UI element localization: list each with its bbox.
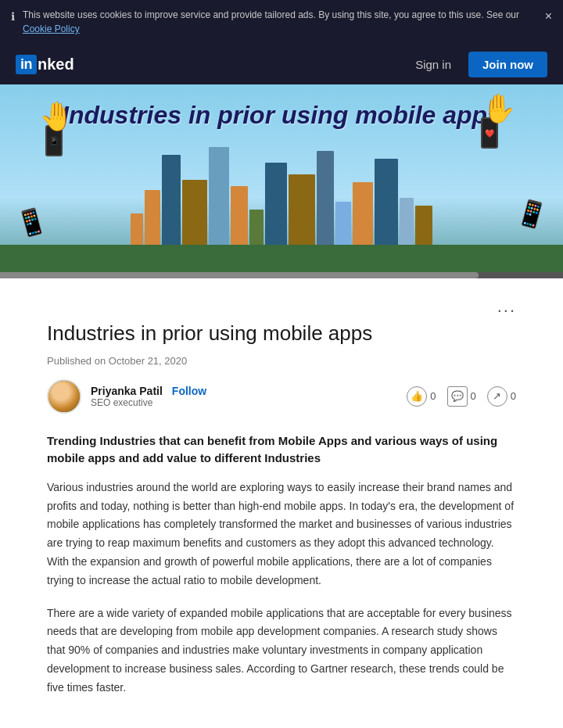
navbar: in nked Sign in Join now <box>0 44 563 84</box>
hero-progress-bar[interactable] <box>0 272 563 278</box>
skyline <box>0 147 563 249</box>
like-button[interactable]: 👍 0 <box>407 386 436 407</box>
cookie-text: This website uses cookies to improve ser… <box>23 8 537 36</box>
article-container: ··· Industries in prior using mobile app… <box>0 278 563 728</box>
like-count: 0 <box>430 390 436 402</box>
article-paragraph-2: There are a wide variety of expanded mob… <box>47 604 516 698</box>
phone-hand-left: 📱 <box>16 207 47 237</box>
logo-icon: in <box>16 55 37 74</box>
author-avatar <box>47 379 81 414</box>
share-button[interactable]: ↗ 0 <box>487 386 516 407</box>
article-paragraph-1: Various industries around the world are … <box>47 479 516 590</box>
linkedin-logo: in nked <box>16 55 74 74</box>
comment-count: 0 <box>471 390 476 402</box>
like-icon: 👍 <box>407 386 427 407</box>
follow-button[interactable]: Follow <box>172 385 206 397</box>
comment-button[interactable]: 💬 0 <box>447 386 476 407</box>
hero-progress-fill <box>0 272 479 278</box>
comment-icon: 💬 <box>447 386 468 407</box>
cookie-policy-link[interactable]: Cookie Policy <box>23 23 80 34</box>
phone-topright: 🤚 ❤️ <box>481 92 516 149</box>
nav-actions: Sign in Join now <box>407 52 547 77</box>
author-role: SEO executive <box>91 397 206 408</box>
cookie-icon: ℹ <box>11 9 15 25</box>
article-more-button[interactable]: ··· <box>497 300 516 321</box>
cookie-message: This website uses cookies to improve ser… <box>23 9 519 20</box>
ground <box>0 245 563 272</box>
hero-title: Industries in prior using mobile apps <box>62 100 501 130</box>
article-subheading: Trending Industries that can benefit fro… <box>47 432 516 468</box>
signin-button[interactable]: Sign in <box>407 53 459 76</box>
article-published-date: Published on October 21, 2020 <box>47 355 516 367</box>
author-row: Priyanka Patil Follow SEO executive 👍 0 … <box>47 379 516 414</box>
joinnow-button[interactable]: Join now <box>468 52 547 77</box>
phone-topleft: 🤚 📱 <box>39 100 74 156</box>
author-name: Priyanka Patil <box>91 385 163 397</box>
author-details: Priyanka Patil Follow SEO executive <box>91 385 206 408</box>
author-info: Priyanka Patil Follow SEO executive <box>47 379 206 414</box>
logo-text: nked <box>38 56 74 74</box>
share-count: 0 <box>511 390 516 402</box>
phone-hand-right: 📱 <box>516 199 547 229</box>
cookie-close-button[interactable]: × <box>545 7 552 26</box>
article-actions: 👍 0 💬 0 ↗ 0 <box>407 386 516 407</box>
hero-image: Industries in prior using mobile apps 🤚 … <box>0 84 563 272</box>
share-icon: ↗ <box>487 386 507 407</box>
cookie-banner: ℹ This website uses cookies to improve s… <box>0 0 563 44</box>
article-title: Industries in prior using mobile apps <box>47 321 516 347</box>
